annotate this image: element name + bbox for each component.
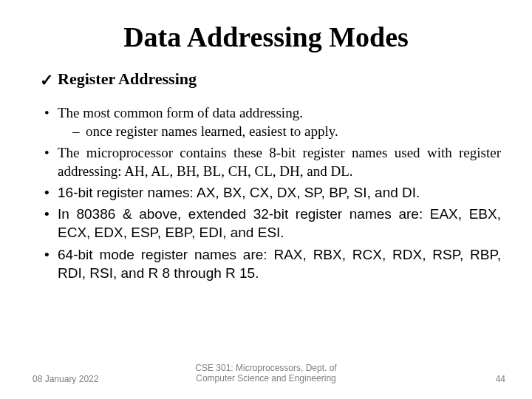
bullet-1-text: The most common form of data addressing. [58, 105, 303, 120]
footer-course-line2: Computer Science and Engineering [196, 373, 335, 383]
check-icon: ✓ [40, 71, 53, 90]
subheading-row: ✓Register Addressing [40, 69, 505, 90]
slide-title: Data Addressing Modes [27, 21, 505, 53]
bullet-1-sub-text: once register names learned, easiest to … [86, 123, 338, 139]
bullet-3: 16-bit register names: AX, BX, CX, DX, S… [44, 183, 501, 202]
footer-date: 08 January 2022 [33, 374, 98, 384]
bullet-3-text: 16-bit register names: AX, BX, CX, DX, S… [58, 185, 420, 200]
content-body: The most common form of data addressing.… [44, 103, 501, 282]
bullet-1-sub: once register names learned, easiest to … [72, 122, 501, 140]
bullet-2: The microprocessor contains these 8-bit … [44, 143, 501, 180]
bullet-5-text: 64-bit mode register names are: RAX, RBX… [58, 247, 501, 281]
footer-course-line1: CSE 301: Microprocessors, Dept. of [195, 363, 336, 373]
bullet-4: In 80386 & above, extended 32-bit regist… [44, 205, 501, 242]
bullet-4-text: In 80386 & above, extended 32-bit regist… [58, 206, 501, 240]
footer-page-number: 44 [496, 374, 505, 384]
bullet-1: The most common form of data addressing.… [44, 103, 501, 140]
slide: Data Addressing Modes ✓Register Addressi… [0, 0, 532, 399]
subheading-text: Register Addressing [58, 69, 197, 88]
bullet-2-text: The microprocessor contains these 8-bit … [58, 145, 501, 179]
footer-course: CSE 301: Microprocessors, Dept. of Compu… [195, 364, 336, 384]
bullet-5: 64-bit mode register names are: RAX, RBX… [44, 245, 501, 282]
